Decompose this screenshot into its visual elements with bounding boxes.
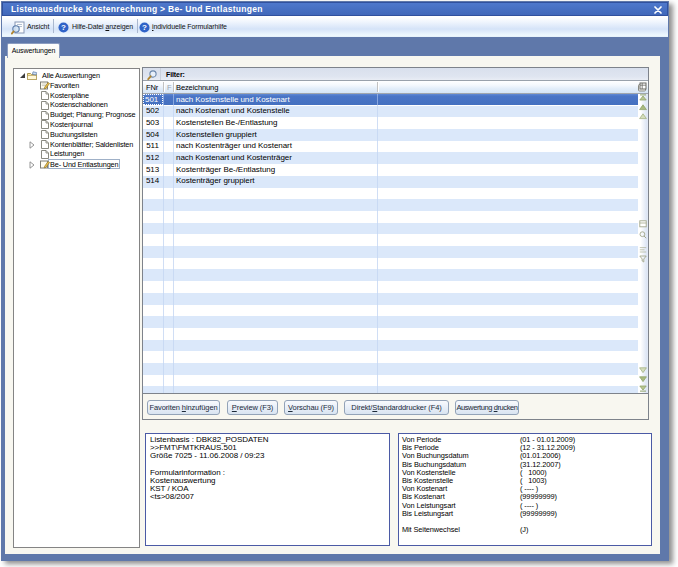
svg-text:?: ? (61, 23, 66, 32)
svg-text:?: ? (142, 23, 147, 32)
